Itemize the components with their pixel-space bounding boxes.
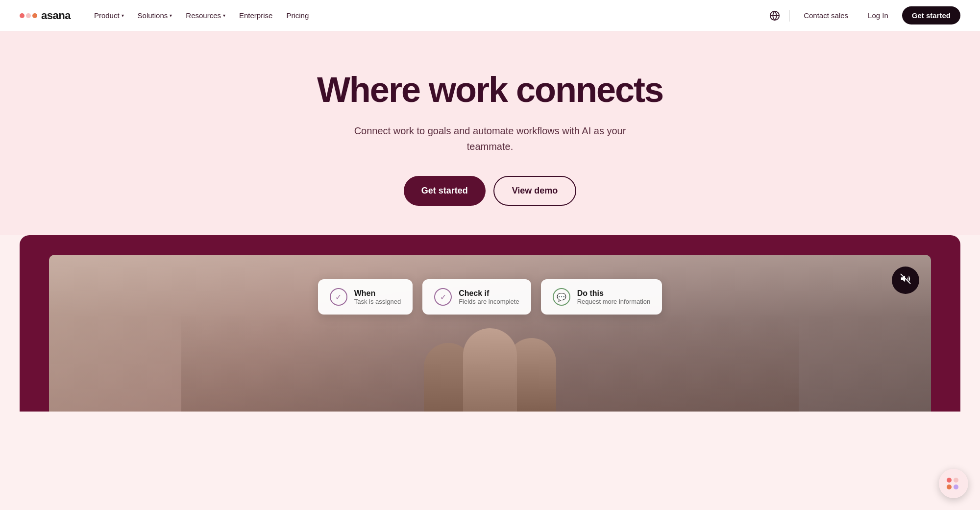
do-subtitle: Request more information (577, 298, 651, 305)
hero-view-demo-button[interactable]: View demo (493, 176, 577, 206)
nav-links: Product ▾ Solutions ▾ Resources ▾ Enterp… (88, 7, 315, 24)
solutions-chevron-icon: ▾ (170, 13, 172, 18)
do-this-chat-icon: 💬 (553, 288, 570, 306)
hero-section: Where work connects Connect work to goal… (0, 31, 980, 235)
resources-chevron-icon: ▾ (223, 13, 225, 18)
video-overlay: ✓ When Task is assigned ✓ Check if Field… (49, 255, 931, 412)
logo-dot-red (20, 13, 24, 18)
person-silhouette-2 (463, 328, 517, 412)
workflow-card-do: 💬 Do this Request more information (541, 279, 662, 315)
check-if-icon: ✓ (434, 288, 452, 306)
workflow-card-when: ✓ When Task is assigned (318, 279, 413, 315)
nav-enterprise[interactable]: Enterprise (233, 7, 278, 24)
globe-icon[interactable] (768, 9, 782, 23)
logo-icon (20, 13, 37, 18)
workflow-cards: ✓ When Task is assigned ✓ Check if Field… (318, 279, 662, 315)
logo[interactable]: asana (20, 9, 71, 22)
nav-resources[interactable]: Resources ▾ (180, 7, 231, 24)
mute-button[interactable] (892, 267, 919, 294)
contact-sales-link[interactable]: Contact sales (798, 7, 854, 24)
video-inner: ✓ When Task is assigned ✓ Check if Field… (49, 255, 931, 412)
nav-divider (789, 10, 790, 22)
when-subtitle: Task is assigned (354, 298, 401, 305)
nav-product[interactable]: Product ▾ (88, 7, 130, 24)
video-section: ✓ When Task is assigned ✓ Check if Field… (20, 235, 960, 412)
check-title: Check if (459, 289, 519, 298)
hero-get-started-button[interactable]: Get started (404, 176, 486, 206)
when-title: When (354, 289, 401, 298)
hero-subtitle: Connect work to goals and automate workf… (348, 123, 632, 154)
check-card-text: Check if Fields are incomplete (459, 289, 519, 305)
logo-dot-coral (32, 13, 37, 18)
logo-dot-pink (26, 13, 31, 18)
when-card-text: When Task is assigned (354, 289, 401, 305)
nav-solutions[interactable]: Solutions ▾ (132, 7, 178, 24)
check-subtitle: Fields are incomplete (459, 298, 519, 305)
mute-icon (900, 273, 911, 287)
product-chevron-icon: ▾ (122, 13, 124, 18)
logo-text: asana (41, 9, 71, 22)
nav-pricing[interactable]: Pricing (280, 7, 315, 24)
workflow-card-check: ✓ Check if Fields are incomplete (422, 279, 531, 315)
when-check-icon: ✓ (330, 288, 347, 306)
navbar: asana Product ▾ Solutions ▾ Resources ▾ … (0, 0, 980, 31)
hero-buttons: Get started View demo (20, 176, 960, 206)
login-button[interactable]: Log In (862, 7, 894, 24)
people-area (181, 314, 799, 412)
nav-left: asana Product ▾ Solutions ▾ Resources ▾ … (20, 7, 315, 24)
hero-title: Where work connects (20, 71, 960, 109)
do-card-text: Do this Request more information (577, 289, 651, 305)
nav-right: Contact sales Log In Get started (768, 6, 960, 24)
do-title: Do this (577, 289, 651, 298)
get-started-nav-button[interactable]: Get started (902, 6, 960, 24)
